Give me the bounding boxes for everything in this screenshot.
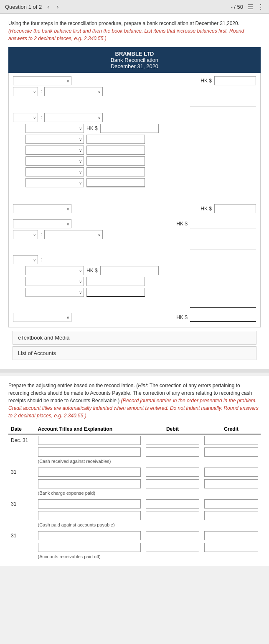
sub2-input-3[interactable] xyxy=(86,288,145,297)
sub-input-6[interactable] xyxy=(86,178,145,187)
dropdown-row8[interactable]: ∨ xyxy=(13,313,71,322)
entry2-credit2[interactable] xyxy=(204,479,258,488)
sub-row-5: ∨ xyxy=(25,167,256,176)
sub2-row-1: ∨ HK $ xyxy=(25,266,256,275)
table-row xyxy=(8,510,261,521)
hk-label-sub1: HK $ xyxy=(86,125,98,131)
sub2-dropdown-3[interactable]: ∨ xyxy=(25,288,84,297)
input-row1[interactable] xyxy=(214,76,256,85)
chevron-icon: ∨ xyxy=(79,159,82,164)
sub2-dropdown-1[interactable]: ∨ xyxy=(25,266,84,275)
dropdown-row5[interactable]: ∨ xyxy=(13,219,71,228)
top-bar-right: - / 50 ☰ ⋮ xyxy=(231,3,264,11)
input-sub-total[interactable] xyxy=(190,189,256,198)
sub-input-1[interactable] xyxy=(100,124,159,133)
hint-row-1: (Cash received against receivables) xyxy=(8,458,261,466)
next-question-button[interactable]: › xyxy=(55,3,61,11)
dropdown-row2-left[interactable]: ∨ xyxy=(13,87,38,96)
entry4-date: 31 xyxy=(8,530,36,542)
entry1-credit2[interactable] xyxy=(204,447,258,457)
company-name: BRAMBLE LTD xyxy=(12,51,257,57)
prev-question-button[interactable]: ‹ xyxy=(45,3,51,11)
sub-dropdown-3[interactable]: ∨ xyxy=(25,146,84,155)
dropdown-row6-left[interactable]: ∨ xyxy=(13,230,38,239)
entry1-debit1[interactable] xyxy=(146,436,200,445)
hint-text-1: (Cash received against receivables) xyxy=(36,458,261,466)
hint-row-2: (Bank charge expense paid) xyxy=(8,490,261,498)
dropdown-row1-main[interactable]: ∨ xyxy=(13,76,71,85)
sub-row-1: ∨ HK $ xyxy=(25,124,256,133)
entry1-date: Dec. 31 xyxy=(8,434,36,446)
sub-input-3[interactable] xyxy=(86,146,145,155)
dropdown-row3-left[interactable]: ∨ xyxy=(13,113,38,122)
dropdown-row3-right[interactable]: ∨ xyxy=(44,113,103,122)
recon-row-3: ∨ : ∨ xyxy=(13,113,256,122)
input-row4[interactable] xyxy=(214,204,256,213)
sub-dropdown-1[interactable]: ∨ xyxy=(25,124,84,133)
entry4-debit1[interactable] xyxy=(146,531,200,540)
sub2-dropdown-2[interactable]: ∨ xyxy=(25,277,84,286)
entry1-debit2[interactable] xyxy=(146,447,200,457)
list-icon-button[interactable]: ☰ xyxy=(247,3,253,11)
entry3-acct1[interactable] xyxy=(38,499,141,509)
entry2-credit1[interactable] xyxy=(204,468,258,477)
dropdown-row2-right[interactable]: ∨ xyxy=(44,87,103,96)
sub-dropdown-4[interactable]: ∨ xyxy=(25,156,84,166)
sub-dropdown-2[interactable]: ∨ xyxy=(25,135,84,144)
input-row6-total[interactable] xyxy=(190,241,256,250)
entry1-acct2[interactable] xyxy=(38,447,141,457)
sub-dropdown-5[interactable]: ∨ xyxy=(25,167,84,176)
entry3-acct2[interactable] xyxy=(38,511,141,520)
recon-row-6: ∨ : ∨ xyxy=(13,230,256,239)
input-row2-total[interactable] xyxy=(190,98,256,107)
input-row5[interactable] xyxy=(190,219,256,228)
input-row8[interactable] xyxy=(190,313,256,322)
footer-buttons: eTextbook and Media List of Accounts xyxy=(8,327,261,365)
entry1-credit1[interactable] xyxy=(204,436,258,445)
recon-sub-block-1: ∨ HK $ ∨ ∨ ∨ xyxy=(13,124,256,187)
entry4-acct1[interactable] xyxy=(38,531,141,540)
recon-row-7-total xyxy=(13,299,256,308)
etextbook-button[interactable]: eTextbook and Media xyxy=(13,331,256,345)
chevron-icon: ∨ xyxy=(66,315,69,320)
recon-row-1: ∨ HK $ xyxy=(13,76,256,85)
entry2-debit1[interactable] xyxy=(146,468,200,477)
input-row2[interactable] xyxy=(190,87,256,96)
instructions-normal: Using the four steps in the reconciliati… xyxy=(8,20,239,26)
dropdown-row7[interactable]: ∨ xyxy=(13,255,38,264)
entry3-credit2[interactable] xyxy=(204,511,258,520)
dropdown-row6-right[interactable]: ∨ xyxy=(44,230,103,239)
sub-row-6: ∨ xyxy=(25,178,256,187)
entry2-acct1[interactable] xyxy=(38,468,141,477)
sub2-input-2[interactable] xyxy=(86,277,145,286)
entry3-debit1[interactable] xyxy=(146,499,200,509)
sub-dropdown-6[interactable]: ∨ xyxy=(25,178,84,187)
more-options-button[interactable]: ⋮ xyxy=(257,3,264,11)
entry3-credit1[interactable] xyxy=(204,499,258,509)
dropdown-row4[interactable]: ∨ xyxy=(13,204,71,213)
hk-label-1: HK $ xyxy=(200,78,212,84)
entry4-credit1[interactable] xyxy=(204,531,258,540)
entry4-debit2[interactable] xyxy=(146,543,200,552)
entry1-acct1[interactable] xyxy=(38,436,141,445)
sub-input-4[interactable] xyxy=(86,156,145,166)
chevron-icon: ∨ xyxy=(79,126,82,131)
entry4-credit2[interactable] xyxy=(204,543,258,552)
recon-title: Bank Reconciliation xyxy=(12,57,257,63)
list-of-accounts-button[interactable]: List of Accounts xyxy=(13,346,256,360)
entry2-acct2[interactable] xyxy=(38,479,141,488)
input-row6[interactable] xyxy=(190,230,256,239)
table-row xyxy=(8,542,261,553)
entry4-acct2[interactable] xyxy=(38,543,141,552)
hk-label-2: HK $ xyxy=(200,206,212,212)
entry2-debit2[interactable] xyxy=(146,479,200,488)
chevron-icon: ∨ xyxy=(98,89,101,94)
table-row xyxy=(8,446,261,458)
entry3-debit2[interactable] xyxy=(146,511,200,520)
sub-input-5[interactable] xyxy=(86,167,145,176)
input-row7-total[interactable] xyxy=(190,299,256,308)
journal-entries-section: Prepare the adjusting entries based on t… xyxy=(0,376,269,566)
sub2-input-1[interactable] xyxy=(100,266,159,275)
sub-input-2[interactable] xyxy=(86,135,145,144)
hint-row-3: (Cash paid against accounts payable) xyxy=(8,521,261,530)
